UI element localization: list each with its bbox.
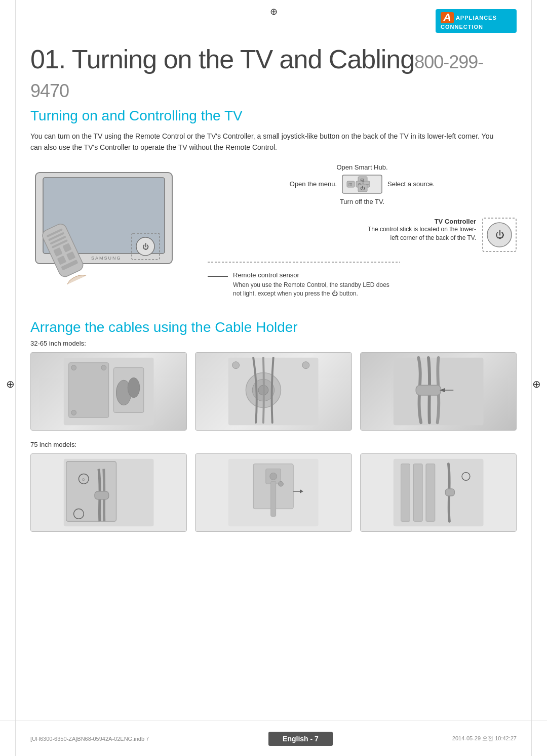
- svg-point-37: [101, 365, 106, 370]
- svg-text:⏻: ⏻: [495, 230, 504, 240]
- callout-annotations: Open Smart Hub. Open the menu. ⊞ ◫ ↺: [203, 162, 517, 299]
- page: ⊕ ⊕ ⊕ A APPLIANCES CONNECTION 01. Turnin…: [0, 0, 547, 756]
- svg-rect-48: [416, 385, 441, 395]
- logo-top-row: A APPLIANCES: [441, 12, 497, 23]
- remote-sensor-row: Remote control sensor When you use the R…: [208, 271, 517, 299]
- dotted-arrow-svg: [208, 257, 517, 267]
- tv-controller-row: TV Controller The control stick is locat…: [208, 218, 517, 252]
- svg-text:⏻: ⏻: [360, 186, 365, 191]
- logo-letter: A: [441, 12, 454, 23]
- tv-diagram: SAMSUNG ⏻: [30, 162, 203, 276]
- footer-right: 2014-05-29 오전 10:42:27: [452, 735, 517, 742]
- logo-box: A APPLIANCES CONNECTION: [436, 9, 517, 33]
- turn-off-callout: Turn off the TV.: [208, 198, 517, 205]
- cable-svg-1: [31, 353, 186, 430]
- page-footer: [UH6300-6350-ZA]BN68-05942A-02ENG.indb 7…: [0, 721, 547, 756]
- section1-body: You can turn on the TV using the Remote …: [30, 131, 496, 153]
- cable-svg-4: ○: [31, 454, 186, 531]
- logo-appliances: APPLIANCES: [456, 15, 497, 21]
- chapter-title-text: Turning on the TV and Cabling: [72, 45, 414, 74]
- remote-sensor-text: Remote control sensor When you use the R…: [233, 271, 390, 299]
- cable-image-1: [30, 352, 187, 431]
- image-row-1: [30, 352, 517, 431]
- svg-point-61: [279, 481, 284, 486]
- button-panel-row: Open the menu. ⊞ ◫ ↺ → ⏻: [208, 175, 517, 194]
- svg-rect-65: [401, 464, 410, 521]
- svg-text:⏻: ⏻: [142, 243, 149, 250]
- open-menu-label: Open the menu.: [290, 180, 337, 188]
- cable-image-6: [360, 453, 517, 532]
- open-smart-hub-label: Open Smart Hub.: [336, 163, 387, 171]
- svg-point-60: [270, 473, 277, 480]
- svg-rect-59: [271, 481, 276, 516]
- image-row-2: ○: [30, 453, 517, 532]
- edge-line-left: [15, 0, 16, 756]
- diagram-area: SAMSUNG ⏻: [30, 162, 517, 304]
- svg-point-36: [71, 365, 76, 370]
- cable-svg-6: [361, 454, 516, 531]
- chapter-number: 01.: [30, 45, 65, 74]
- svg-text:○: ○: [82, 476, 85, 482]
- footer-center: English - 7: [268, 732, 333, 746]
- turn-off-label: Turn off the TV.: [340, 198, 384, 205]
- cable-image-3: [360, 352, 517, 431]
- open-smart-hub-callout: Open Smart Hub.: [208, 162, 517, 172]
- cable-svg-5: [196, 454, 351, 531]
- svg-point-40: [128, 377, 140, 397]
- svg-point-46: [302, 362, 309, 369]
- svg-point-38: [71, 410, 76, 415]
- section1-title: Turning on and Controlling the TV: [30, 108, 517, 124]
- reg-mark-right: ⊕: [532, 378, 541, 390]
- cable-image-5: [195, 453, 351, 532]
- svg-rect-66: [413, 464, 422, 521]
- page-number: English - 7: [268, 732, 333, 746]
- section2-title: Arrange the cables using the Cable Holde…: [30, 319, 517, 335]
- footer-left: [UH6300-6350-ZA]BN68-05942A-02ENG.indb 7: [30, 736, 149, 742]
- models-75-label: 75 inch models:: [30, 441, 517, 448]
- models-32-65-label: 32-65 inch models:: [30, 340, 517, 347]
- select-source-label: Select a source.: [387, 180, 435, 188]
- tv-controller-label: TV Controller: [365, 218, 476, 225]
- cable-image-4: ○: [30, 453, 187, 532]
- tv-controller-svg: ⏻: [482, 218, 517, 252]
- cable-image-2: [195, 352, 351, 431]
- cable-svg-3: [361, 353, 516, 430]
- svg-rect-34: [69, 362, 109, 417]
- reg-mark-left: ⊕: [6, 378, 15, 390]
- edge-line-right: [531, 0, 532, 756]
- logo-connection: CONNECTION: [441, 24, 483, 30]
- sensor-dash: [208, 276, 228, 277]
- remote-sensor-label: Remote control sensor: [233, 271, 390, 279]
- svg-rect-52: [95, 491, 109, 499]
- chapter-heading: 01. Turning on the TV and Cabling800-299…: [30, 45, 517, 103]
- tv-controller-text: TV Controller The control stick is locat…: [365, 218, 476, 242]
- cable-svg-2: [196, 353, 351, 430]
- svg-text:◫: ◫: [348, 182, 353, 187]
- logo-area: A APPLIANCES CONNECTION: [436, 9, 517, 33]
- tv-controller-desc: The control stick is located on the lowe…: [365, 225, 476, 242]
- svg-rect-68: [445, 489, 454, 496]
- svg-point-45: [232, 362, 240, 369]
- svg-rect-67: [426, 464, 435, 521]
- remote-sensor-desc: When you use the Remote Control, the sta…: [233, 281, 390, 299]
- button-panel-svg: ⊞ ◫ ↺ → ⏻: [342, 175, 382, 194]
